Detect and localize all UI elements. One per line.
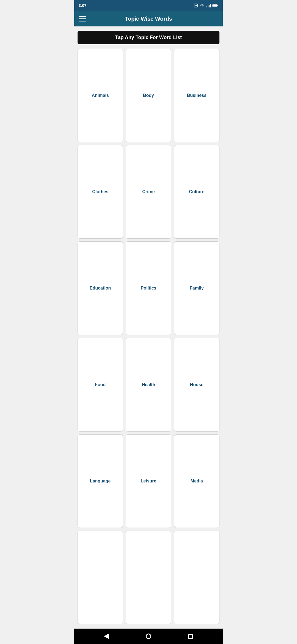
topic-item-food[interactable]: Food <box>78 338 123 431</box>
topic-item-leisure[interactable]: Leisure <box>126 434 171 528</box>
svg-rect-9 <box>213 5 217 6</box>
time-display: 3:07 <box>79 3 86 8</box>
topic-item-body[interactable]: Body <box>126 49 171 142</box>
topic-item-education[interactable]: Education <box>78 241 123 335</box>
topic-item-language[interactable]: Language <box>78 434 123 528</box>
page-title: Topic Wise Words <box>91 16 206 22</box>
wifi-icon <box>200 4 205 7</box>
topic-item-clothes[interactable]: Clothes <box>78 145 123 239</box>
svg-rect-7 <box>210 4 211 7</box>
signal-icon <box>206 4 211 7</box>
topic-item-politics[interactable]: Politics <box>126 241 171 335</box>
topic-item-crime[interactable]: Crime <box>126 145 171 239</box>
nav-bar <box>74 629 223 644</box>
svg-rect-1 <box>195 5 196 6</box>
topic-item-health[interactable]: Health <box>126 338 171 431</box>
status-icons <box>194 3 218 8</box>
topic-item-family[interactable]: Family <box>174 241 219 335</box>
topic-item-more3 <box>174 531 219 624</box>
status-bar: 3:07 <box>74 0 223 11</box>
sim-icon <box>194 3 198 8</box>
topic-item-media[interactable]: Media <box>174 434 219 528</box>
svg-rect-2 <box>196 5 197 6</box>
topic-item-more1 <box>78 531 123 624</box>
svg-point-3 <box>202 7 203 7</box>
topic-item-more2 <box>126 531 171 624</box>
svg-rect-10 <box>218 5 218 6</box>
svg-rect-4 <box>207 6 207 7</box>
banner-text: Tap Any Topic For Word List <box>78 31 219 44</box>
svg-rect-5 <box>208 6 208 7</box>
home-button[interactable] <box>144 631 153 641</box>
topic-grid: AnimalsBodyBusinessClothesCrimeCultureEd… <box>74 47 223 629</box>
recents-button[interactable] <box>186 631 196 641</box>
back-button[interactable] <box>101 631 111 641</box>
battery-icon <box>212 4 218 7</box>
topic-item-house[interactable]: House <box>174 338 219 431</box>
svg-rect-6 <box>209 5 210 7</box>
topic-item-business[interactable]: Business <box>174 49 219 142</box>
menu-icon[interactable] <box>79 16 86 21</box>
topic-item-animals[interactable]: Animals <box>78 49 123 142</box>
toolbar: Topic Wise Words <box>74 11 223 26</box>
svg-rect-0 <box>194 4 197 7</box>
topic-item-culture[interactable]: Culture <box>174 145 219 239</box>
